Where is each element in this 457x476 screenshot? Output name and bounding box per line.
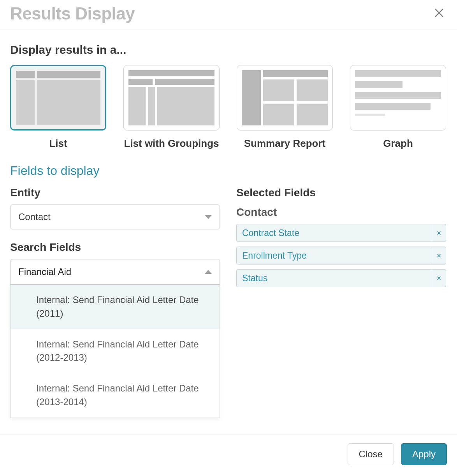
dialog-header: Results Display xyxy=(0,0,457,30)
selected-group-label: Contact xyxy=(236,206,446,219)
search-result-item[interactable]: Internal: Send Financial Aid Letter Date… xyxy=(11,285,220,329)
remove-field-icon[interactable]: × xyxy=(432,224,446,242)
caret-up-icon xyxy=(205,270,212,274)
caret-down-icon xyxy=(205,215,212,219)
selected-field-chip[interactable]: Enrollment Type × xyxy=(236,247,446,264)
search-fields-combobox: Financial Aid Internal: Send Financial A… xyxy=(10,259,220,418)
search-fields-dropdown: Internal: Send Financial Aid Letter Date… xyxy=(10,285,220,418)
search-result-item[interactable]: Internal: Send Financial Aid Letter Date… xyxy=(11,373,220,418)
selected-field-label: Contract State xyxy=(237,224,432,242)
option-list-with-groupings[interactable]: List with Groupings xyxy=(123,65,220,150)
selected-field-chip[interactable]: Contract State × xyxy=(236,224,446,242)
selected-fields-label: Selected Fields xyxy=(236,187,446,199)
dialog-footer: Close Apply xyxy=(0,434,457,476)
option-summary-preview xyxy=(237,65,333,130)
left-column: Entity Contact Search Fields Financial A… xyxy=(10,183,220,418)
option-graph-preview xyxy=(350,65,446,130)
close-icon[interactable] xyxy=(431,4,447,23)
option-list-preview xyxy=(10,65,106,130)
dialog-title: Results Display xyxy=(10,4,135,23)
option-graph-label: Graph xyxy=(350,138,446,150)
search-fields-value: Financial Aid xyxy=(18,266,71,277)
dialog-body: Display results in a... List xyxy=(0,30,457,434)
apply-button[interactable]: Apply xyxy=(401,443,447,465)
entity-label: Entity xyxy=(10,187,220,199)
dialog-scroll-area[interactable]: Display results in a... List xyxy=(0,30,457,434)
entity-value: Contact xyxy=(18,212,51,222)
option-summary-label: Summary Report xyxy=(237,138,333,150)
remove-field-icon[interactable]: × xyxy=(432,247,446,264)
display-results-heading: Display results in a... xyxy=(10,43,446,56)
search-result-item[interactable]: Internal: Send Financial Aid Letter Date… xyxy=(11,329,220,374)
option-list[interactable]: List xyxy=(10,65,106,150)
right-column: Selected Fields Contact Contract State ×… xyxy=(236,183,446,287)
selected-fields-list: Contract State × Enrollment Type × Statu… xyxy=(236,224,446,287)
results-display-dialog: Results Display Display results in a... … xyxy=(0,0,457,476)
option-list-label: List xyxy=(10,138,106,150)
entity-select[interactable]: Contact xyxy=(10,205,220,229)
selected-field-chip[interactable]: Status × xyxy=(236,269,446,287)
option-graph[interactable]: Graph xyxy=(350,65,446,150)
option-summary-report[interactable]: Summary Report xyxy=(237,65,333,150)
option-groupings-preview xyxy=(123,65,220,130)
selected-field-label: Status xyxy=(237,270,432,287)
option-groupings-label: List with Groupings xyxy=(123,138,220,150)
search-fields-label: Search Fields xyxy=(10,241,220,254)
search-fields-input[interactable]: Financial Aid xyxy=(10,259,220,285)
selected-field-label: Enrollment Type xyxy=(237,247,432,264)
close-button[interactable]: Close xyxy=(348,443,394,465)
fields-to-display-heading: Fields to display xyxy=(10,164,446,178)
display-options: List List with Groupings xyxy=(10,65,446,150)
fields-columns: Entity Contact Search Fields Financial A… xyxy=(10,183,446,418)
remove-field-icon[interactable]: × xyxy=(432,270,446,287)
